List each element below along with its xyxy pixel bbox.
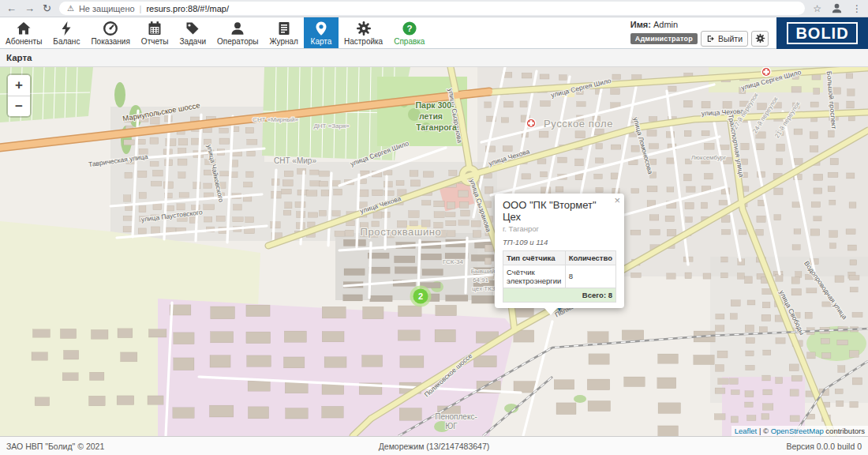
popup-title: ООО "ПК "Втормет" Цех (503, 200, 616, 224)
building (721, 257, 728, 262)
cluster-marker[interactable]: 2 (410, 286, 432, 307)
tab-spravka[interactable]: ? Справка (388, 17, 430, 48)
map-zoom-control: + − (8, 75, 30, 116)
building (721, 273, 728, 277)
building (647, 186, 657, 192)
tab-karta[interactable]: Карта (304, 17, 339, 48)
building (792, 202, 801, 208)
map-canvas[interactable]: Мариупольское шоссеулица Сергея Шилоулиц… (0, 67, 868, 436)
building (829, 243, 836, 249)
building (757, 144, 764, 150)
building (125, 172, 133, 178)
building (836, 400, 844, 406)
building (244, 182, 253, 187)
tab-abonenty[interactable]: Абоненты (0, 17, 47, 48)
building (177, 204, 185, 210)
tab-label: Показания (91, 37, 129, 46)
building (410, 180, 420, 186)
tab-nastroyka[interactable]: Настройка (339, 17, 388, 48)
building (434, 201, 444, 207)
building (166, 205, 174, 211)
building (247, 355, 271, 367)
map-label: Русское поле (544, 118, 613, 130)
building (814, 216, 821, 221)
svg-text:?: ? (406, 24, 412, 33)
bookmark-star-icon[interactable]: ☆ (813, 3, 821, 14)
building (737, 273, 744, 280)
logout-icon (706, 34, 716, 43)
building (283, 357, 304, 368)
building (461, 210, 470, 216)
building (334, 189, 342, 195)
building (658, 426, 679, 436)
building (554, 380, 574, 389)
popup-close-icon[interactable]: × (614, 194, 620, 206)
attribution-suffix: contributors (824, 427, 865, 435)
building (281, 189, 291, 194)
building (791, 277, 799, 284)
browser-menu-icon[interactable]: ⋮ (852, 3, 862, 14)
tab-zhurnal[interactable]: Журнал (264, 17, 304, 48)
tab-pokazaniya[interactable]: Показания (85, 17, 135, 48)
map-label: летия (419, 111, 443, 121)
building (810, 132, 817, 139)
building (458, 220, 469, 226)
address-bar[interactable]: ⚠ Не защищено | resurs.pro:88/#!/map/ (59, 2, 805, 15)
browser-avatar-icon[interactable] (831, 2, 843, 14)
zoom-out-button[interactable]: − (8, 96, 30, 116)
building (118, 329, 133, 338)
map-label: 64,91 (473, 276, 489, 284)
building (746, 416, 755, 421)
tab-balans[interactable]: Баланс (47, 17, 85, 48)
building (847, 89, 855, 96)
building (178, 138, 188, 145)
building (369, 267, 391, 273)
building (852, 378, 862, 385)
building (283, 210, 291, 215)
building (658, 354, 679, 363)
building (373, 212, 382, 218)
leaflet-link[interactable]: Leaflet (735, 427, 758, 435)
building (776, 159, 782, 165)
browser-back-icon[interactable]: ← (6, 3, 17, 13)
tab-operatory[interactable]: Операторы (211, 17, 264, 48)
building (838, 366, 845, 373)
browser-reload-icon[interactable]: ↻ (43, 3, 51, 13)
building (745, 402, 754, 408)
settings-gear-button[interactable] (751, 31, 769, 47)
building (447, 231, 455, 237)
building (667, 187, 674, 192)
logout-button[interactable]: Выйти (701, 31, 748, 47)
building (806, 288, 817, 293)
osm-link[interactable]: OpenStreetMap (771, 427, 824, 435)
tab-label: Журнал (269, 37, 298, 46)
browser-chrome: ← → ↻ ⚠ Не защищено | resurs.pro:88/#!/m… (0, 0, 868, 17)
url-text: resurs.pro:88/#!/map/ (146, 4, 229, 13)
building (522, 73, 532, 78)
building (795, 272, 802, 278)
tab-zadachi[interactable]: Задачи (174, 17, 211, 48)
map-pin-icon (313, 21, 329, 36)
building (284, 171, 293, 176)
building (704, 143, 714, 149)
building (247, 151, 256, 156)
building (821, 353, 830, 359)
building (794, 229, 801, 234)
building (683, 100, 692, 107)
browser-forward-icon[interactable]: → (24, 3, 35, 13)
building (756, 229, 764, 235)
building (121, 352, 137, 362)
building (612, 74, 621, 80)
building (211, 332, 234, 343)
not-secure-warning-icon[interactable]: ⚠ (67, 4, 74, 13)
building (791, 288, 802, 295)
zoom-in-button[interactable]: + (8, 75, 30, 96)
building (332, 211, 340, 216)
building (284, 331, 306, 342)
tab-otchety[interactable]: Отчеты (136, 17, 174, 48)
toolbar-spacer (430, 17, 630, 48)
building (649, 144, 658, 149)
building (398, 306, 421, 317)
cluster-count: 2 (418, 291, 423, 301)
building (501, 118, 508, 122)
